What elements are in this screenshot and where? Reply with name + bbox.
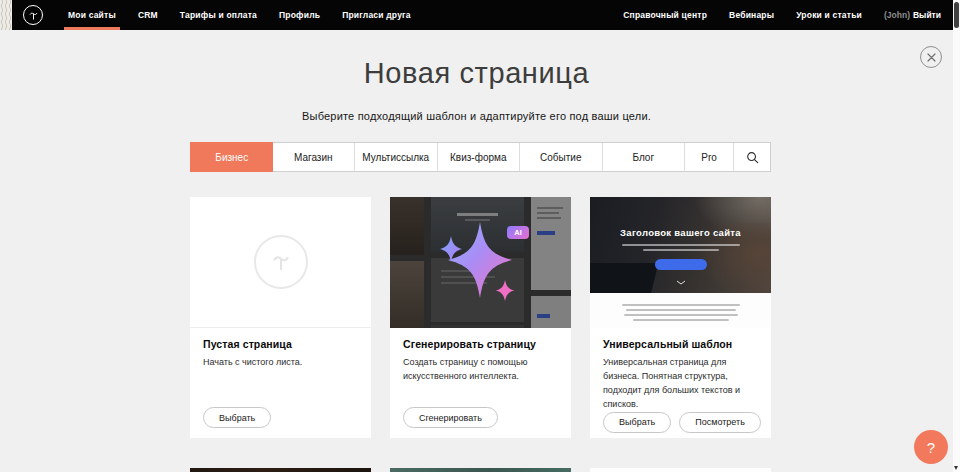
card-title: Пустая страница: [203, 338, 358, 350]
tab-event-label: Событие: [540, 152, 581, 163]
view-universal-button[interactable]: Посмотреть: [679, 412, 761, 433]
card-description: Создать страницу с помощью искусственног…: [403, 356, 563, 384]
logout-link[interactable]: Выйти: [913, 10, 943, 20]
nav-lessons-label: Уроки и статьи: [796, 10, 862, 20]
nav-crm-label: CRM: [138, 10, 158, 20]
tab-event[interactable]: Событие: [520, 143, 603, 171]
tilda-watermark-icon: [268, 249, 294, 275]
tab-blog[interactable]: Блог: [603, 143, 686, 171]
choose-blank-button[interactable]: Выбрать: [203, 407, 271, 428]
preview-text-section: [590, 293, 771, 328]
nav-tariffs[interactable]: Тарифы и оплата: [169, 0, 268, 30]
card-description: Начать с чистого листа.: [203, 356, 363, 370]
card-buttons: Выбрать Посмотреть: [603, 412, 758, 433]
close-icon: [927, 53, 936, 62]
tab-blog-label: Блог: [632, 152, 654, 163]
user-name: (John): [873, 10, 913, 20]
generate-button[interactable]: Сгенерировать: [403, 407, 498, 428]
preview-hero: Заголовок вашего сайта: [590, 197, 771, 293]
card-body: Универсальный шаблон Универсальная стран…: [590, 328, 771, 443]
template-card-partial[interactable]: [590, 468, 771, 472]
tilda-logo-icon: [27, 9, 40, 22]
card-body: Сгенерировать страницу Создать страницу …: [390, 328, 571, 438]
ai-badge: AI: [507, 226, 529, 239]
page-texture: [0, 0, 12, 30]
tab-search-button[interactable]: [734, 143, 770, 171]
template-card-universal: Заголовок вашего сайта Универсальный шаб…: [590, 197, 771, 438]
scrollbar-down-arrow-icon[interactable]: [954, 466, 958, 470]
nav-webinars-label: Вебинары: [729, 10, 774, 20]
card-title: Сгенерировать страницу: [403, 338, 558, 350]
nav-crm[interactable]: CRM: [127, 0, 169, 30]
template-card-partial[interactable]: [190, 468, 371, 472]
tab-business-label: Бизнес: [215, 152, 248, 163]
page-scrollbar[interactable]: [953, 0, 960, 472]
tab-multilink[interactable]: Мультиссылка: [355, 143, 438, 171]
help-button[interactable]: ?: [914, 430, 948, 464]
preview-text-line: [633, 319, 729, 321]
nav-my-sites[interactable]: Мои сайты: [57, 0, 127, 30]
tab-shop-label: Магазин: [294, 152, 333, 163]
tab-pro[interactable]: Pro: [685, 143, 734, 171]
preview-caption-line: [622, 244, 740, 246]
preview-hero-content: Заголовок вашего сайта: [590, 197, 771, 293]
ai-generate-preview: AI: [390, 197, 571, 328]
nav-lessons[interactable]: Уроки и статьи: [785, 0, 873, 30]
tab-business[interactable]: Бизнес: [190, 142, 273, 172]
tilda-logo[interactable]: [23, 5, 43, 25]
nav-help-center-label: Справочный центр: [623, 10, 707, 20]
card-description: Универсальная страница для бизнеса. Поня…: [603, 356, 763, 412]
top-nav-right: Справочный центр Вебинары Уроки и статьи…: [612, 0, 953, 30]
nav-profile-label: Профиль: [279, 10, 320, 20]
card-buttons: Выбрать: [203, 407, 358, 428]
top-navigation-bar: Мои сайты CRM Тарифы и оплата Профиль Пр…: [12, 0, 953, 30]
nav-invite-friend[interactable]: Пригласи друга: [331, 0, 422, 30]
card-buttons: Сгенерировать: [403, 407, 558, 428]
chevron-down-icon: [676, 271, 686, 289]
nav-my-sites-label: Мои сайты: [68, 10, 116, 20]
template-category-tabs: Бизнес Магазин Мультиссылка Квиз-форма С…: [190, 142, 771, 172]
preview-text-line: [626, 309, 736, 311]
preview-heading: Заголовок вашего сайта: [620, 227, 741, 238]
nav-webinars[interactable]: Вебинары: [718, 0, 785, 30]
universal-template-preview: Заголовок вашего сайта: [590, 197, 771, 328]
card-title: Универсальный шаблон: [603, 338, 758, 350]
preview-text-line: [622, 304, 740, 306]
tab-quiz-form-label: Квиз-форма: [450, 152, 506, 163]
choose-universal-button[interactable]: Выбрать: [603, 412, 671, 433]
tab-multilink-label: Мультиссылка: [362, 152, 429, 163]
template-card-ai-generate: AI Сгенерировать страницу Создать страни…: [390, 197, 571, 438]
template-card-partial[interactable]: [390, 468, 571, 472]
tab-pro-label: Pro: [701, 152, 717, 163]
card-body: Пустая страница Начать с чистого листа. …: [190, 328, 371, 438]
preview-text-line: [624, 314, 738, 316]
tab-quiz-form[interactable]: Квиз-форма: [438, 143, 521, 171]
close-button[interactable]: [920, 46, 942, 68]
page-title: Новая страница: [0, 57, 953, 90]
nav-profile[interactable]: Профиль: [268, 0, 331, 30]
nav-tariffs-label: Тарифы и оплата: [180, 10, 257, 20]
tilda-watermark: [254, 235, 308, 289]
preview-cta-button: [655, 259, 707, 270]
nav-help-center[interactable]: Справочный центр: [612, 0, 718, 30]
tab-shop[interactable]: Магазин: [273, 143, 356, 171]
scrollbar-thumb[interactable]: [954, 2, 959, 28]
nav-invite-friend-label: Пригласи друга: [342, 10, 411, 20]
search-icon: [746, 151, 759, 164]
blank-page-preview: [190, 197, 371, 328]
top-nav-left: Мои сайты CRM Тарифы и оплата Профиль Пр…: [12, 0, 422, 30]
preview-caption-line: [643, 249, 719, 251]
template-card-blank: Пустая страница Начать с чистого листа. …: [190, 197, 371, 438]
page-subtitle: Выберите подходящий шаблон и адаптируйте…: [0, 110, 953, 122]
help-button-label: ?: [927, 439, 935, 456]
